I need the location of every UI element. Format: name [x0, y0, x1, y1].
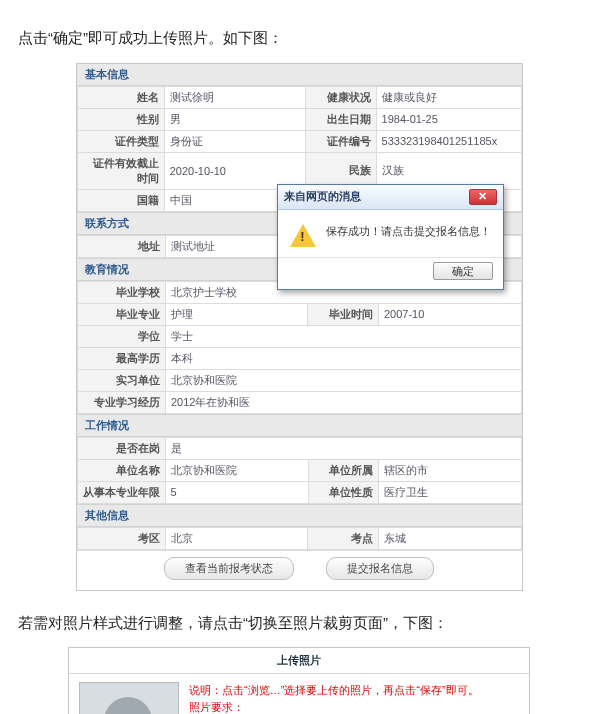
value-birth: 1984-01-25 [376, 108, 521, 130]
form-screenshot: 基本信息 姓名 测试徐明 健康状况 健康或良好 性别 男 出生日期 1984-0… [76, 63, 523, 591]
table-edu: 毕业学校 北京护士学校 毕业专业 护理 毕业时间 2007-10 学位 学士 最… [77, 281, 522, 414]
view-status-button[interactable]: 查看当前报考状态 [164, 557, 294, 580]
value-health: 健康或良好 [376, 86, 521, 108]
dialog-titlebar: 来自网页的消息 ✕ [278, 185, 503, 210]
form-button-row: 查看当前报考状态 提交报名信息 [77, 550, 522, 590]
label-years: 从事本专业年限 [77, 481, 165, 503]
label-degree: 学位 [77, 325, 165, 347]
value-topedu: 本科 [165, 347, 521, 369]
upload-top-area: ? 说明：点击“浏览…”选择要上传的照片，再点击“保存”即可。 照片要求： 1.… [69, 674, 529, 714]
label-edu-hist: 专业学习经历 [77, 391, 165, 413]
value-years: 5 [165, 481, 308, 503]
warning-icon: ! [290, 224, 316, 247]
value-onjob: 是 [165, 437, 521, 459]
dialog-close-button[interactable]: ✕ [469, 189, 497, 205]
value-intern: 北京协和医院 [165, 369, 521, 391]
table-work: 是否在岗 是 单位名称 北京协和医院 单位所属 辖区的市 从事本专业年限 5 单… [77, 437, 522, 504]
label-unit: 单位名称 [77, 459, 165, 481]
table-other: 考区 北京 考点 东城 [77, 527, 522, 550]
label-major: 毕业专业 [77, 303, 165, 325]
value-name: 测试徐明 [164, 86, 306, 108]
value-major: 护理 [165, 303, 307, 325]
label-idexp: 证件有效截止时间 [77, 152, 164, 189]
submit-button[interactable]: 提交报名信息 [326, 557, 434, 580]
label-site: 考点 [308, 527, 379, 549]
section-basic-title: 基本信息 [77, 64, 522, 86]
value-gradtime: 2007-10 [378, 303, 521, 325]
value-degree: 学士 [165, 325, 521, 347]
avatar-placeholder: ? [79, 682, 179, 714]
value-gender: 男 [164, 108, 306, 130]
section-work-title: 工作情况 [77, 414, 522, 437]
label-name: 姓名 [77, 86, 164, 108]
section-other-title: 其他信息 [77, 504, 522, 527]
label-school: 毕业学校 [77, 281, 165, 303]
upload-title: 上传照片 [69, 648, 529, 674]
dialog-button-row: 确定 [278, 257, 503, 289]
label-nature: 单位性质 [308, 481, 379, 503]
upload-req-head: 照片要求： [189, 699, 519, 714]
dialog-ok-button[interactable]: 确定 [433, 262, 493, 280]
label-idno: 证件编号 [306, 130, 376, 152]
label-unitloc: 单位所属 [308, 459, 379, 481]
label-idtype: 证件类型 [77, 130, 164, 152]
label-gradtime: 毕业时间 [307, 303, 378, 325]
label-country: 国籍 [77, 189, 164, 211]
label-gender: 性别 [77, 108, 164, 130]
alert-dialog: 来自网页的消息 ✕ ! 保存成功！请点击提交报名信息！ 确定 [277, 184, 504, 290]
value-unit: 北京协和医院 [165, 459, 308, 481]
doc-paragraph-2: 若需对照片样式进行调整，请点击“切换至照片裁剪页面”，下图： [18, 609, 580, 638]
label-birth: 出生日期 [306, 108, 376, 130]
label-health: 健康状况 [306, 86, 376, 108]
label-topedu: 最高学历 [77, 347, 165, 369]
upload-rules: 说明：点击“浏览…”选择要上传的照片，再点击“保存”即可。 照片要求： 1.您上… [189, 682, 519, 714]
doc-paragraph-1: 点击“确定”即可成功上传照片。如下图： [18, 24, 580, 53]
upload-intro: 说明：点击“浏览…”选择要上传的照片，再点击“保存”即可。 [189, 682, 519, 699]
label-area: 考区 [77, 527, 166, 549]
value-area: 北京 [166, 527, 308, 549]
value-unitloc: 辖区的市 [379, 459, 521, 481]
value-idtype: 身份证 [164, 130, 306, 152]
label-intern: 实习单位 [77, 369, 165, 391]
dialog-message: 保存成功！请点击提交报名信息！ [326, 224, 491, 239]
label-addr: 地址 [77, 235, 165, 257]
value-idno: 533323198401251185x [376, 130, 521, 152]
upload-screenshot: 上传照片 ? 说明：点击“浏览…”选择要上传的照片，再点击“保存”即可。 照片要… [68, 647, 530, 714]
value-site: 东城 [379, 527, 521, 549]
value-nature: 医疗卫生 [379, 481, 521, 503]
dialog-title-text: 来自网页的消息 [284, 189, 361, 204]
dialog-body: ! 保存成功！请点击提交报名信息！ [278, 210, 503, 257]
value-edu-hist: 2012年在协和医 [165, 391, 521, 413]
label-onjob: 是否在岗 [77, 437, 165, 459]
